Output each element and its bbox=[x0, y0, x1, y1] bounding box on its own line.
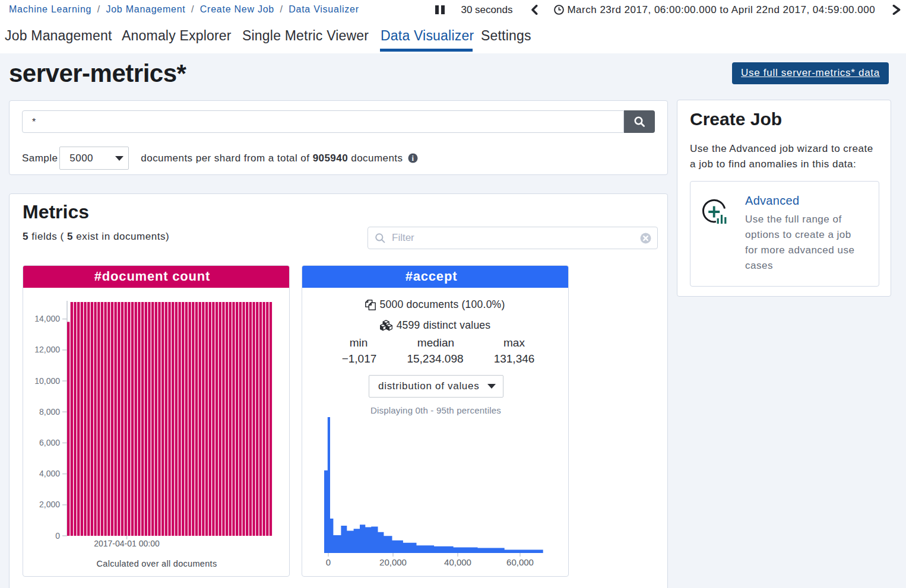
svg-text:12,000: 12,000 bbox=[34, 345, 60, 354]
svg-text:40,000: 40,000 bbox=[444, 557, 471, 567]
svg-text:4,000: 4,000 bbox=[39, 469, 60, 478]
svg-text:i: i bbox=[411, 154, 414, 163]
svg-text:10,000: 10,000 bbox=[34, 376, 60, 386]
svg-text:2,000: 2,000 bbox=[39, 500, 60, 509]
svg-text:60,000: 60,000 bbox=[506, 557, 534, 567]
svg-text:2017-04-01 00:00: 2017-04-01 00:00 bbox=[94, 539, 160, 548]
svg-text:20,000: 20,000 bbox=[379, 557, 407, 567]
svg-text:0: 0 bbox=[326, 557, 331, 567]
svg-text:0: 0 bbox=[55, 531, 60, 541]
svg-text:6,000: 6,000 bbox=[39, 438, 60, 447]
svg-text:14,000: 14,000 bbox=[34, 314, 60, 323]
svg-text:8,000: 8,000 bbox=[39, 407, 60, 417]
